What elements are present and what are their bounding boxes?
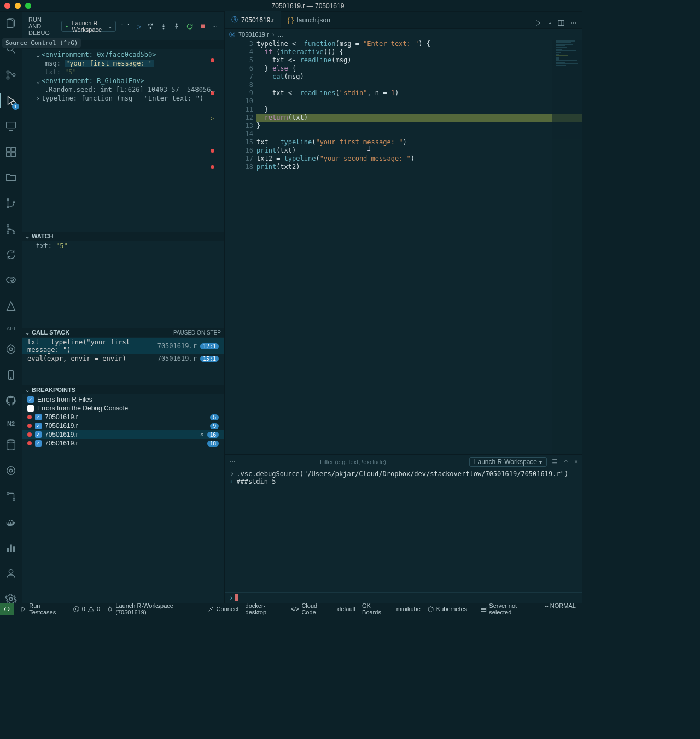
status-kube[interactable]: Kubernetes: [427, 606, 467, 613]
sidebar-title: RUN AND DEBUG: [28, 16, 55, 36]
extensions-icon[interactable]: [5, 146, 17, 160]
breakpoint-generic[interactable]: ✓ Errors from R Files: [22, 395, 224, 404]
close-icon[interactable]: [4, 3, 10, 9]
tab-launch-json[interactable]: { } launch.json: [281, 11, 337, 28]
chevron-down-icon: ⌄: [108, 24, 112, 30]
n2-icon[interactable]: N2: [7, 420, 15, 427]
breadcrumb[interactable]: Ⓡ 70501619.r › …: [225, 29, 582, 40]
chevron-down-icon: ⌄: [25, 387, 30, 393]
status-docker[interactable]: docker-desktop: [246, 602, 284, 615]
source-control-icon[interactable]: [5, 69, 17, 83]
sync-icon[interactable]: [5, 249, 17, 262]
more-icon[interactable]: ⋯: [229, 458, 237, 466]
checkbox-icon[interactable]: [27, 405, 34, 412]
breakpoint-item[interactable]: ✓ 70501619.r 9: [22, 421, 224, 430]
git-branch-icon[interactable]: [5, 197, 17, 211]
github-icon[interactable]: [5, 395, 17, 408]
folder-icon[interactable]: [5, 172, 17, 185]
clear-icon[interactable]: [551, 458, 558, 466]
status-problems[interactable]: 0 0: [73, 606, 100, 613]
explorer-icon[interactable]: [5, 17, 17, 31]
variable-item[interactable]: .Random.seed: int [1:626] 10403 57 -5480…: [22, 85, 224, 94]
stop-icon[interactable]: [199, 22, 207, 30]
git-merge-icon[interactable]: [5, 223, 17, 237]
debug-config-select[interactable]: Launch R-Workspace ⌄: [61, 21, 116, 32]
split-editor-icon[interactable]: [557, 19, 565, 28]
chevron-down-icon[interactable]: ⌄: [547, 19, 552, 28]
status-bar: Run Testcases 0 0 Launch R-Workspace (70…: [0, 603, 582, 615]
status-vim-mode[interactable]: -- NORMAL --: [544, 602, 579, 615]
device-icon[interactable]: [5, 369, 17, 383]
checkbox-icon[interactable]: ✓: [27, 396, 34, 403]
chart-icon[interactable]: [5, 542, 17, 555]
r-icon[interactable]: [5, 274, 17, 288]
callstack-frame[interactable]: eval(expr, envir = envir) 70501619.r15:1: [22, 354, 224, 363]
status-cloud[interactable]: </>Cloud Code: [290, 602, 331, 615]
callstack-frame[interactable]: txt = typeline("your first message: ") 7…: [22, 338, 224, 354]
step-over-icon[interactable]: [147, 22, 154, 30]
debug-toolbar: ⋮⋮ ▷ ⋯: [119, 22, 218, 30]
drag-handle-icon[interactable]: ⋮⋮: [119, 23, 131, 30]
svg-point-16: [7, 277, 16, 283]
status-minikube[interactable]: minikube: [396, 606, 421, 612]
variable-item[interactable]: ›typeline: function (msg = "Enter text: …: [22, 94, 224, 103]
status-gk[interactable]: GK Boards: [362, 602, 390, 615]
route-icon[interactable]: [5, 490, 17, 504]
step-out-icon[interactable]: [173, 22, 180, 30]
docker-icon[interactable]: [5, 516, 17, 530]
kubernetes-icon[interactable]: [5, 343, 17, 357]
status-server[interactable]: Server not selected: [480, 602, 538, 615]
watch-item[interactable]: txt: "5": [22, 242, 224, 250]
svg-point-14: [7, 232, 9, 234]
status-run-tests[interactable]: Run Testcases: [20, 602, 66, 615]
svg-point-20: [10, 378, 11, 379]
restart-icon[interactable]: [186, 22, 194, 30]
breakpoint-item[interactable]: ✓ 70501619.r ×16: [22, 430, 224, 439]
api-icon[interactable]: API: [7, 326, 15, 331]
breakpoint-item[interactable]: ✓ 70501619.r 5: [22, 413, 224, 421]
filter-input[interactable]: Filter (e.g. text, !exclude): [241, 459, 465, 465]
variable-scope[interactable]: ⌄<environment: R_GlobalEnv>: [22, 77, 224, 85]
status-connect[interactable]: Connect: [207, 606, 239, 613]
status-default[interactable]: default: [337, 606, 355, 612]
more-icon[interactable]: ⋯: [570, 19, 577, 28]
variable-item[interactable]: txt: "5": [22, 68, 224, 77]
azure-icon[interactable]: [5, 300, 17, 314]
continue-icon[interactable]: ▷: [137, 23, 141, 30]
variables-section: ⌄ VARIABLES ⌄<environment: 0x7face0cad5b…: [22, 40, 224, 232]
svg-rect-5: [7, 122, 16, 128]
checkbox-icon[interactable]: ✓: [35, 423, 42, 429]
remote-explorer-icon[interactable]: [5, 120, 17, 134]
svg-rect-7: [11, 148, 15, 151]
debug-session-select[interactable]: Launch R-Workspace▾: [469, 457, 547, 467]
close-icon[interactable]: ×: [574, 458, 578, 466]
breakpoint-generic[interactable]: Errors from the Debug Console: [22, 404, 224, 413]
breakpoints-head[interactable]: ⌄ BREAKPOINTS: [22, 385, 224, 394]
zoom-icon[interactable]: [25, 3, 31, 9]
code-editor[interactable]: 3456789101112131415161718 typeline <- fu…: [225, 40, 582, 454]
collapse-icon[interactable]: [563, 458, 570, 466]
breakpoint-item[interactable]: ✓ 70501619.r 18: [22, 439, 224, 448]
account-icon[interactable]: [5, 567, 17, 581]
database-icon[interactable]: [5, 439, 17, 453]
variable-scope[interactable]: ⌄<environment: 0x7face0cad5b0>: [22, 50, 224, 59]
step-into-icon[interactable]: [160, 22, 167, 30]
console-input[interactable]: ›: [225, 592, 582, 603]
target-icon[interactable]: [5, 465, 17, 478]
status-launch[interactable]: Launch R-Workspace (70501619): [107, 602, 200, 615]
tab-r-file[interactable]: Ⓡ 70501619.r: [225, 11, 281, 28]
remote-indicator[interactable]: [0, 603, 14, 615]
checkbox-icon[interactable]: ✓: [35, 431, 42, 438]
watch-head[interactable]: ⌄ WATCH: [22, 232, 224, 241]
minimize-icon[interactable]: [15, 3, 21, 9]
callstack-head[interactable]: ⌄ CALL STACK PAUSED ON STEP: [22, 328, 224, 337]
svg-point-24: [7, 492, 9, 495]
checkbox-icon[interactable]: ✓: [35, 414, 42, 420]
minimap[interactable]: [552, 40, 582, 454]
run-debug-icon[interactable]: 1: [5, 95, 17, 108]
more-icon[interactable]: ⋯: [212, 24, 218, 30]
checkbox-icon[interactable]: ✓: [35, 440, 42, 447]
close-icon[interactable]: ×: [200, 431, 204, 438]
variable-item[interactable]: msg: "your first message: ": [22, 59, 224, 68]
run-icon[interactable]: [534, 19, 542, 28]
